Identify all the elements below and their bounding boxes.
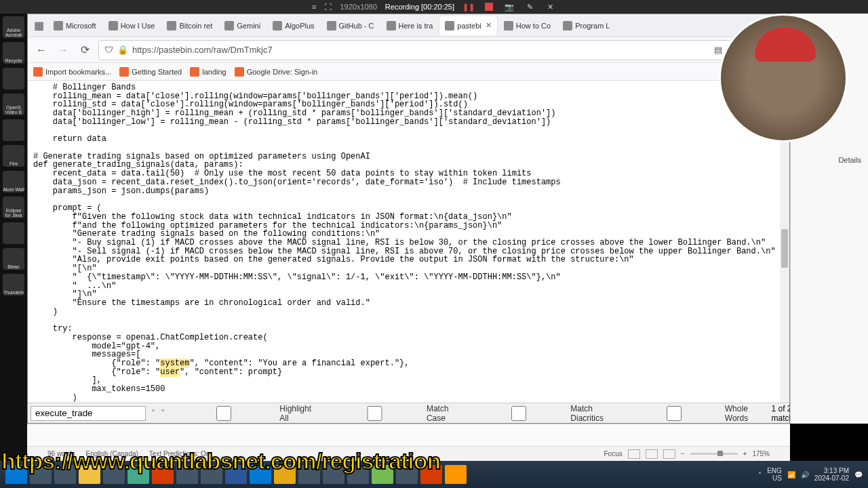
wifi-icon[interactable]: 📶 <box>787 471 795 479</box>
resolution-label: 1920x1080 <box>340 3 376 11</box>
view-button[interactable] <box>628 449 640 459</box>
hamburger-icon[interactable]: ≡ <box>312 3 316 11</box>
diacritics-checkbox[interactable]: Match Diacritics <box>469 404 620 423</box>
find-next-button[interactable]: ˅ <box>161 407 165 420</box>
promo-banner: https://www.quantlabsnet.com/registratio… <box>1 448 440 474</box>
firefox-icon[interactable] <box>445 465 467 484</box>
favicon <box>563 21 572 30</box>
favicon <box>167 21 176 30</box>
favicon <box>445 21 454 30</box>
zoom-slider[interactable] <box>690 453 738 455</box>
find-input[interactable] <box>31 406 146 421</box>
view-button[interactable] <box>646 449 658 459</box>
dock-app-icon[interactable] <box>3 68 24 89</box>
page-content: # Bollinger Bands rolling_mean = data['c… <box>28 81 789 403</box>
favicon <box>273 21 282 30</box>
dock-app-icon[interactable]: Thunderb <box>3 274 24 296</box>
dock-app-icon[interactable]: Recycle <box>3 42 24 64</box>
fullscreen-icon[interactable]: ⛶ <box>324 3 332 11</box>
favicon <box>54 21 63 30</box>
browser-tab[interactable]: pastebi✕ <box>439 16 496 35</box>
browser-tab[interactable]: How to Co <box>498 16 556 35</box>
pencil-icon[interactable]: ✎ <box>524 1 536 13</box>
browser-tab[interactable]: How I Use <box>103 16 161 35</box>
browser-tab[interactable]: GitHub - C <box>321 16 380 35</box>
favicon <box>387 21 396 30</box>
find-prev-button[interactable]: ˄ <box>151 407 155 420</box>
favicon <box>108 21 118 30</box>
bookmark-icon <box>33 67 43 77</box>
volume-icon[interactable]: 🔊 <box>801 471 809 479</box>
highlight-all-checkbox[interactable]: Highlight All <box>170 404 319 423</box>
lang-indicator[interactable]: ENG <box>767 467 782 474</box>
clock-date: 2024-07-02 <box>814 474 849 482</box>
zoom-label[interactable]: 175% <box>752 450 770 458</box>
tab-bar: ▦ MicrosoftHow I UseBitcoin retGeminiAlg… <box>28 14 789 37</box>
dock-app-icon[interactable]: Atom Wall <box>3 171 24 192</box>
desktop-dock: Adobe AcrobatRecycleOpenS Video BFireAto… <box>0 14 27 461</box>
obs-top-controls: ≡ ⛶ 1920x1080 Recording [00:20:25] ❚❚ 📷 … <box>0 0 868 14</box>
back-button[interactable]: ← <box>33 42 50 58</box>
reload-button[interactable]: ⟳ <box>77 42 93 58</box>
details-label[interactable]: Details <box>838 156 861 164</box>
dock-app-icon[interactable]: Fire <box>3 145 24 167</box>
browser-tab[interactable]: Here is tra <box>381 16 439 35</box>
reader-icon[interactable]: ▤ <box>714 45 722 55</box>
find-bar: ˄ ˅ Highlight All Match Case Match Diacr… <box>28 403 789 423</box>
url-text: https://pastebin.com/raw/DmTmkjc7 <box>132 45 710 55</box>
favicon <box>327 21 336 30</box>
dock-app-icon[interactable]: OpenS Video B <box>3 94 24 115</box>
forward-button[interactable]: → <box>55 42 71 58</box>
match-case-checkbox[interactable]: Match Case <box>325 404 465 423</box>
stop-icon[interactable] <box>483 1 495 13</box>
sidebar-icon[interactable]: ▦ <box>31 18 47 34</box>
dock-app-icon[interactable]: Bleac <box>3 248 24 270</box>
tray-chevron-icon[interactable]: ˄ <box>758 471 762 479</box>
whole-words-checkbox[interactable]: Whole Words <box>625 404 766 423</box>
dock-app-icon[interactable]: Eclipse for Java <box>3 197 24 218</box>
browser-tab[interactable]: Microsoft <box>48 16 102 35</box>
browser-tab[interactable]: Program L <box>557 16 615 35</box>
browser-tab[interactable]: AlgoPlus <box>267 16 319 35</box>
bookmark-item[interactable]: Getting Started <box>119 67 182 77</box>
dock-app-icon[interactable] <box>3 222 24 244</box>
bookmark-item[interactable]: Google Drive: Sign-in <box>235 67 318 77</box>
url-bar[interactable]: 🛡 🔒 https://pastebin.com/raw/DmTmkjc7 ▤ … <box>98 40 741 60</box>
dock-app-icon[interactable] <box>3 119 24 141</box>
bookmark-item[interactable]: Import bookmarks... <box>33 67 111 77</box>
dock-app-icon[interactable]: Adobe Acrobat <box>3 16 24 38</box>
recording-label: Recording [00:20:25] <box>385 3 454 11</box>
browser-window: ▦ MicrosoftHow I UseBitcoin retGeminiAlg… <box>27 14 790 424</box>
pause-icon[interactable]: ❚❚ <box>462 1 475 13</box>
close-icon[interactable]: ✕ <box>544 1 556 13</box>
shield-icon[interactable]: 🛡 <box>104 45 113 55</box>
browser-tab[interactable]: Bitcoin ret <box>161 16 218 35</box>
webcam-overlay <box>719 14 848 142</box>
bookmark-icon <box>119 67 129 77</box>
bookmarks-bar: Import bookmarks...Getting Startedlandin… <box>28 63 789 81</box>
lock-icon: 🔒 <box>117 45 128 55</box>
highlight: user <box>160 367 180 377</box>
favicon <box>224 21 234 30</box>
notification-icon[interactable]: 💬 <box>854 471 863 479</box>
bookmark-item[interactable]: landing <box>190 67 226 77</box>
bookmark-icon <box>235 67 244 77</box>
favicon <box>504 21 513 30</box>
focus-button[interactable]: Focus <box>604 450 623 458</box>
view-button[interactable] <box>663 449 675 459</box>
browser-tab[interactable]: Gemini <box>219 16 266 35</box>
close-icon[interactable]: ✕ <box>486 21 492 30</box>
nav-bar: ← → ⟳ 🛡 🔒 https://pastebin.com/raw/DmTmk… <box>28 37 789 63</box>
clock-time[interactable]: 3:13 PM <box>824 467 849 474</box>
camera-icon[interactable]: 📷 <box>503 1 515 13</box>
bookmark-icon <box>190 67 199 77</box>
